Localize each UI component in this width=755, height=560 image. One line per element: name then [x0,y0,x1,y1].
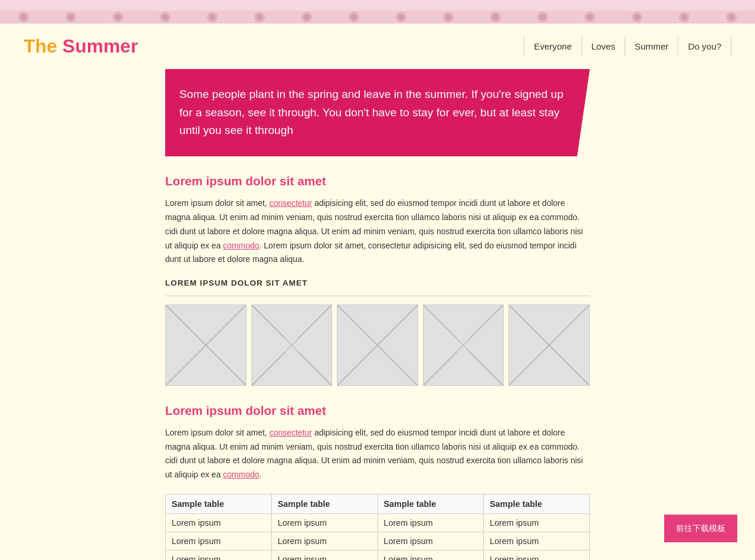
title-the: The [24,35,57,57]
table-row: Lorem ipsum Lorem ipsum Lorem ipsum Lore… [166,532,590,550]
section3-heading: Lorem ipsum dolor sit amet [165,404,590,418]
section3-link1[interactable]: consectetur [270,428,312,437]
nav-doyou[interactable]: Do you? [678,37,731,56]
quote-text: Some people plant in the spring and leav… [179,86,576,140]
title-summer: Summer [63,35,138,57]
image-2 [251,304,333,386]
table-cell: Lorem ipsum [271,532,378,550]
download-button[interactable]: 前往下载模板 [664,515,737,542]
table-cell: Lorem ipsum [378,513,484,532]
section1-link1[interactable]: consectetur [270,198,312,208]
table-header-4: Sample table [484,494,590,513]
header: The Summer Everyone Loves Summer Do you? [0,24,755,69]
image-1 [165,304,247,386]
section1-paragraph: Lorem ipsum dolor sit amet, consectetur … [165,197,590,267]
table-cell: Lorem ipsum [484,513,590,532]
decorative-banner [0,11,755,24]
svg-rect-4 [0,11,755,24]
table-cell: Lorem ipsum [378,532,484,550]
quote-block: Some people plant in the spring and leav… [165,69,590,156]
svg-rect-0 [0,0,755,11]
image-grid [165,304,590,386]
table-row: Lorem ipsum Lorem ipsum Lorem ipsum Lore… [166,550,590,560]
table-cell: Lorem ipsum [271,513,378,532]
table-header-1: Sample table [166,494,272,513]
table-cell: Lorem ipsum [166,532,272,550]
sample-table: Sample table Sample table Sample table S… [165,494,590,560]
image-4 [423,304,504,386]
table-cell: Lorem ipsum [484,550,590,560]
nav-loves[interactable]: Loves [582,37,626,56]
table-row: Lorem ipsum Lorem ipsum Lorem ipsum Lore… [166,513,590,532]
table-cell: Lorem ipsum [271,550,378,560]
nav-summer[interactable]: Summer [625,37,678,56]
table-cell: Lorem ipsum [166,550,272,560]
table-cell: Lorem ipsum [484,532,590,550]
table-header-3: Sample table [378,494,484,513]
section3-text1: Lorem ipsum dolor sit amet, [165,428,270,437]
section3-link2[interactable]: commodo [223,470,259,479]
table-header-2: Sample table [271,494,378,513]
image-5 [508,304,590,386]
section3-paragraph: Lorem ipsum dolor sit amet, consectetur … [165,426,590,482]
section2-heading: LOREM IPSUM DOLOR SIT AMET [165,279,590,287]
table-cell: Lorem ipsum [378,550,484,560]
main-nav: Everyone Loves Summer Do you? [524,37,731,56]
table-cell: Lorem ipsum [166,513,272,532]
nav-everyone[interactable]: Everyone [524,37,582,56]
top-banner [0,0,755,11]
image-3 [337,304,418,386]
section3-text1c: . [260,470,262,479]
section1-link2[interactable]: commodo [223,241,259,250]
main-content: Some people plant in the spring and leav… [153,69,602,560]
site-title: The Summer [24,35,138,57]
section1-text1: Lorem ipsum dolor sit amet, [165,198,270,208]
section2-divider [165,296,590,296]
section1-heading: Lorem ipsum dolor sit amet [165,174,590,188]
